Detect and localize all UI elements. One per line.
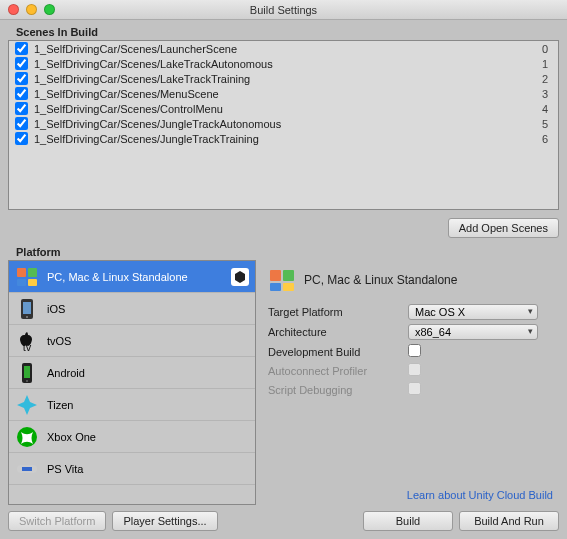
cloud-build-link[interactable]: Learn about Unity Cloud Build: [407, 489, 553, 501]
autoconnect-label: Autoconnect Profiler: [268, 365, 408, 377]
svg-rect-15: [270, 270, 281, 281]
scenes-list[interactable]: 1_SelfDrivingCar/Scenes/LauncherScene 0 …: [8, 40, 559, 210]
detail-title: PC, Mac & Linux Standalone: [304, 273, 457, 287]
player-settings-button[interactable]: Player Settings...: [112, 511, 217, 531]
window-controls: [8, 4, 55, 15]
script-debug-checkbox: [408, 382, 421, 395]
scene-index: 3: [542, 88, 552, 100]
build-and-run-button[interactable]: Build And Run: [459, 511, 559, 531]
scene-row[interactable]: 1_SelfDrivingCar/Scenes/JungleTrackTrain…: [9, 131, 558, 146]
svg-marker-4: [235, 271, 245, 283]
scenes-label: Scenes In Build: [8, 22, 559, 40]
scene-row[interactable]: 1_SelfDrivingCar/Scenes/ControlMenu 4: [9, 101, 558, 116]
platform-list[interactable]: PC, Mac & Linux Standalone iOStv tvOS An…: [8, 260, 256, 505]
footer: Switch Platform Player Settings... Build…: [0, 505, 567, 539]
ios-icon: [15, 297, 39, 321]
tizen-icon: [15, 393, 39, 417]
platform-name: Xbox One: [47, 431, 249, 443]
scene-path: 1_SelfDrivingCar/Scenes/MenuScene: [34, 88, 542, 100]
scene-path: 1_SelfDrivingCar/Scenes/LakeTrackTrainin…: [34, 73, 542, 85]
platform-item-tvos[interactable]: tv tvOS: [9, 325, 255, 357]
platform-detail-panel: PC, Mac & Linux Standalone Target Platfo…: [264, 260, 559, 505]
scene-checkbox[interactable]: [15, 132, 28, 145]
dev-build-row: Development Build: [268, 344, 555, 359]
scene-path: 1_SelfDrivingCar/Scenes/JungleTrackTrain…: [34, 133, 542, 145]
tvos-icon: tv: [15, 329, 39, 353]
scene-row[interactable]: 1_SelfDrivingCar/Scenes/JungleTrackAuton…: [9, 116, 558, 131]
build-button[interactable]: Build: [363, 511, 453, 531]
svg-rect-17: [270, 283, 281, 291]
script-debug-label: Script Debugging: [268, 384, 408, 396]
scenes-buttons: Add Open Scenes: [0, 212, 567, 242]
svg-point-7: [26, 316, 28, 318]
platform-item-psvita[interactable]: PS Vita: [9, 453, 255, 485]
platform-label: Platform: [0, 242, 567, 260]
architecture-row: Architecture x86_64: [268, 324, 555, 340]
minimize-icon[interactable]: [26, 4, 37, 15]
scene-checkbox[interactable]: [15, 87, 28, 100]
scene-path: 1_SelfDrivingCar/Scenes/LakeTrackAutonom…: [34, 58, 542, 70]
zoom-icon[interactable]: [44, 4, 55, 15]
script-debug-row: Script Debugging: [268, 382, 555, 397]
scene-checkbox[interactable]: [15, 72, 28, 85]
svg-rect-0: [17, 268, 26, 277]
standalone-icon: [15, 265, 39, 289]
build-settings-window: Build Settings Scenes In Build 1_SelfDri…: [0, 0, 567, 539]
add-open-scenes-button[interactable]: Add Open Scenes: [448, 218, 559, 238]
scene-checkbox[interactable]: [15, 117, 28, 130]
dev-build-checkbox[interactable]: [408, 344, 421, 357]
scene-index: 6: [542, 133, 552, 145]
unity-icon: [231, 268, 249, 286]
scene-index: 1: [542, 58, 552, 70]
scene-index: 4: [542, 103, 552, 115]
platform-panel: PC, Mac & Linux Standalone iOStv tvOS An…: [8, 260, 256, 505]
detail-header: PC, Mac & Linux Standalone: [268, 264, 555, 304]
platform-item-tizen[interactable]: Tizen: [9, 389, 255, 421]
scene-row[interactable]: 1_SelfDrivingCar/Scenes/LakeTrackAutonom…: [9, 56, 558, 71]
target-platform-select[interactable]: Mac OS X: [408, 304, 538, 320]
platform-name: PC, Mac & Linux Standalone: [47, 271, 223, 283]
android-icon: [15, 361, 39, 385]
scene-path: 1_SelfDrivingCar/Scenes/JungleTrackAuton…: [34, 118, 542, 130]
svg-text:tv: tv: [23, 341, 32, 353]
platform-item-standalone[interactable]: PC, Mac & Linux Standalone: [9, 261, 255, 293]
scene-row[interactable]: 1_SelfDrivingCar/Scenes/MenuScene 3: [9, 86, 558, 101]
svg-rect-2: [17, 279, 26, 286]
scene-index: 5: [542, 118, 552, 130]
platform-name: Android: [47, 367, 249, 379]
autoconnect-row: Autoconnect Profiler: [268, 363, 555, 378]
scenes-panel: Scenes In Build 1_SelfDrivingCar/Scenes/…: [8, 22, 559, 210]
titlebar: Build Settings: [0, 0, 567, 20]
target-platform-label: Target Platform: [268, 306, 408, 318]
psvita-icon: [15, 457, 39, 481]
platform-name: tvOS: [47, 335, 249, 347]
switch-platform-button[interactable]: Switch Platform: [8, 511, 106, 531]
cloud-build-link-row: Learn about Unity Cloud Build: [268, 485, 555, 505]
svg-point-11: [26, 380, 28, 382]
scene-row[interactable]: 1_SelfDrivingCar/Scenes/LauncherScene 0: [9, 41, 558, 56]
window-title: Build Settings: [0, 4, 567, 16]
dev-build-label: Development Build: [268, 346, 408, 358]
svg-rect-14: [22, 467, 32, 471]
svg-rect-16: [283, 270, 294, 281]
svg-rect-10: [24, 366, 30, 378]
close-icon[interactable]: [8, 4, 19, 15]
scene-index: 0: [542, 43, 552, 55]
platform-item-ios[interactable]: iOS: [9, 293, 255, 325]
scene-checkbox[interactable]: [15, 42, 28, 55]
scene-checkbox[interactable]: [15, 57, 28, 70]
svg-rect-3: [28, 279, 37, 286]
scene-row[interactable]: 1_SelfDrivingCar/Scenes/LakeTrackTrainin…: [9, 71, 558, 86]
scene-path: 1_SelfDrivingCar/Scenes/LauncherScene: [34, 43, 542, 55]
svg-rect-1: [28, 268, 37, 277]
architecture-select[interactable]: x86_64: [408, 324, 538, 340]
platform-name: Tizen: [47, 399, 249, 411]
scene-checkbox[interactable]: [15, 102, 28, 115]
svg-rect-18: [283, 283, 294, 291]
platform-item-xbox[interactable]: Xbox One: [9, 421, 255, 453]
svg-rect-6: [23, 302, 31, 314]
xbox-icon: [15, 425, 39, 449]
scene-index: 2: [542, 73, 552, 85]
platform-item-android[interactable]: Android: [9, 357, 255, 389]
architecture-label: Architecture: [268, 326, 408, 338]
